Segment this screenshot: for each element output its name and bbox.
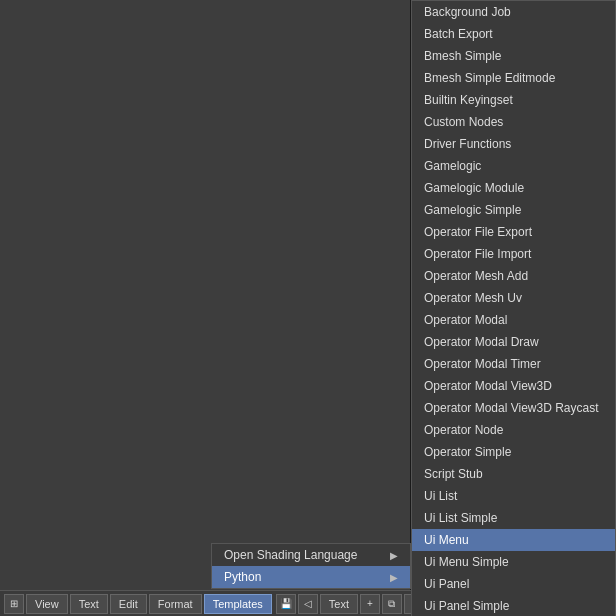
menu-item-script-stub[interactable]: Script Stub xyxy=(412,463,615,485)
toolbar-grid-icon[interactable]: ⊞ xyxy=(4,594,24,614)
menu-item-operator-simple[interactable]: Operator Simple xyxy=(412,441,615,463)
view-button[interactable]: View xyxy=(26,594,68,614)
templates-button[interactable]: Templates xyxy=(204,594,272,614)
menu-item-bmesh-simple-editmode[interactable]: Bmesh Simple Editmode xyxy=(412,67,615,89)
menu-item-gamelogic[interactable]: Gamelogic xyxy=(412,155,615,177)
menu-item-operator-mesh-uv[interactable]: Operator Mesh Uv xyxy=(412,287,615,309)
toolbar-copy-icon[interactable]: ⧉ xyxy=(382,594,402,614)
menu-item-driver-functions[interactable]: Driver Functions xyxy=(412,133,615,155)
menu-item-ui-panel-simple[interactable]: Ui Panel Simple xyxy=(412,595,615,616)
sub-menu-item-python[interactable]: Python▶ xyxy=(212,566,410,588)
menu-item-ui-list-simple[interactable]: Ui List Simple xyxy=(412,507,615,529)
menu-item-ui-list[interactable]: Ui List xyxy=(412,485,615,507)
menu-item-operator-file-import[interactable]: Operator File Import xyxy=(412,243,615,265)
dropdown-menu: Background JobBatch ExportBmesh SimpleBm… xyxy=(411,0,616,616)
menu-item-gamelogic-module[interactable]: Gamelogic Module xyxy=(412,177,615,199)
sub-menu-item-open-shading-language[interactable]: Open Shading Language▶ xyxy=(212,544,410,566)
menu-item-operator-modal-timer[interactable]: Operator Modal Timer xyxy=(412,353,615,375)
toolbar-save-icon[interactable]: 💾 xyxy=(276,594,296,614)
sub-menu-container: Open Shading Language▶Python▶ xyxy=(211,543,411,589)
menu-item-ui-menu[interactable]: Ui Menu xyxy=(412,529,615,551)
menu-item-bmesh-simple[interactable]: Bmesh Simple xyxy=(412,45,615,67)
text-right-button[interactable]: Text xyxy=(320,594,358,614)
menu-item-operator-modal[interactable]: Operator Modal xyxy=(412,309,615,331)
menu-item-operator-mesh-add[interactable]: Operator Mesh Add xyxy=(412,265,615,287)
menu-item-builtin-keyingset[interactable]: Builtin Keyingset xyxy=(412,89,615,111)
edit-button[interactable]: Edit xyxy=(110,594,147,614)
menu-item-operator-node[interactable]: Operator Node xyxy=(412,419,615,441)
menu-item-custom-nodes[interactable]: Custom Nodes xyxy=(412,111,615,133)
menu-item-operator-modal-view3d-raycast[interactable]: Operator Modal View3D Raycast xyxy=(412,397,615,419)
toolbar-nav-icon[interactable]: ◁ xyxy=(298,594,318,614)
format-button[interactable]: Format xyxy=(149,594,202,614)
menu-item-batch-export[interactable]: Batch Export xyxy=(412,23,615,45)
menu-item-gamelogic-simple[interactable]: Gamelogic Simple xyxy=(412,199,615,221)
main-background xyxy=(0,0,410,590)
text-button[interactable]: Text xyxy=(70,594,108,614)
menu-item-operator-modal-draw[interactable]: Operator Modal Draw xyxy=(412,331,615,353)
toolbar-add-icon[interactable]: + xyxy=(360,594,380,614)
menu-item-operator-modal-view3d[interactable]: Operator Modal View3D xyxy=(412,375,615,397)
menu-item-operator-file-export[interactable]: Operator File Export xyxy=(412,221,615,243)
menu-item-ui-panel[interactable]: Ui Panel xyxy=(412,573,615,595)
menu-item-ui-menu-simple[interactable]: Ui Menu Simple xyxy=(412,551,615,573)
menu-item-background-job[interactable]: Background Job xyxy=(412,1,615,23)
